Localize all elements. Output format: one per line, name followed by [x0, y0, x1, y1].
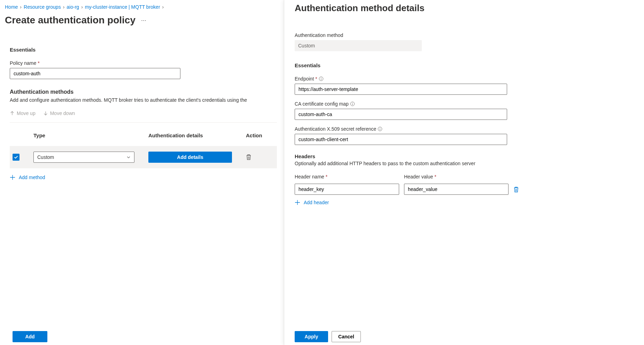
secret-ref-label: Authentication X.509 secret reference: [295, 126, 376, 132]
auth-method-value: Custom: [295, 40, 422, 51]
svg-point-3: [352, 103, 352, 103]
required-icon: *: [434, 174, 436, 179]
divider: [10, 122, 277, 123]
arrow-up-icon: [10, 111, 15, 116]
policy-name-label: Policy name: [10, 60, 36, 66]
header-name-input[interactable]: [295, 184, 399, 195]
endpoint-label: Endpoint: [295, 76, 314, 82]
header-name-label: Header name: [295, 174, 324, 179]
main-content: Home › Resource groups › aio-rg › my-clu…: [0, 0, 284, 345]
info-icon[interactable]: [378, 127, 382, 131]
endpoint-input[interactable]: [295, 84, 507, 95]
column-header-action: Action: [246, 132, 274, 138]
apply-button[interactable]: Apply: [295, 331, 328, 342]
svg-point-5: [380, 128, 380, 128]
details-panel: Authentication method details Authentica…: [284, 0, 644, 345]
page-title: Create authentication policy: [5, 15, 135, 26]
header-value-label: Header value: [404, 174, 433, 179]
required-icon: *: [326, 174, 327, 179]
panel-essentials-heading: Essentials: [295, 62, 634, 68]
arrow-down-icon: [43, 111, 48, 116]
ca-cert-label: CA certificate config map: [295, 101, 349, 107]
plus-icon: [295, 200, 300, 205]
add-header-label: Add header: [304, 200, 329, 205]
move-down-label: Move down: [50, 110, 75, 116]
trash-icon: [513, 186, 519, 193]
required-icon: *: [38, 60, 39, 66]
auth-method-label: Authentication method: [295, 32, 343, 38]
delete-header-button[interactable]: [513, 186, 519, 195]
delete-button[interactable]: [246, 154, 274, 160]
breadcrumb-link-cluster[interactable]: my-cluster-instance | MQTT broker: [85, 4, 160, 10]
info-icon[interactable]: [319, 76, 324, 81]
auth-methods-heading: Authentication methods: [10, 89, 277, 95]
chevron-right-icon: ›: [162, 4, 164, 10]
add-header-button[interactable]: Add header: [295, 200, 634, 205]
ca-cert-input[interactable]: [295, 109, 507, 120]
breadcrumb-link-resource-groups[interactable]: Resource groups: [24, 4, 61, 10]
info-icon[interactable]: [350, 101, 355, 106]
chevron-right-icon: ›: [81, 4, 83, 10]
type-select-value: Custom: [37, 154, 54, 160]
add-button[interactable]: Add: [13, 331, 47, 342]
auth-methods-description: Add and configure authentication methods…: [10, 97, 277, 103]
more-icon[interactable]: ···: [141, 17, 146, 24]
essentials-heading: Essentials: [10, 47, 277, 53]
panel-title: Authentication method details: [295, 3, 634, 14]
svg-point-1: [321, 78, 321, 78]
column-header-details: Authentication details: [148, 132, 246, 138]
breadcrumb-link-aio-rg[interactable]: aio-rg: [67, 4, 79, 10]
auth-method-row: Custom Add details: [10, 146, 277, 168]
breadcrumb-link-home[interactable]: Home: [5, 4, 18, 10]
add-details-button[interactable]: Add details: [148, 152, 232, 163]
add-method-label: Add method: [19, 175, 45, 180]
move-up-label: Move up: [17, 110, 36, 116]
secret-ref-input[interactable]: [295, 134, 507, 145]
column-header-type: Type: [33, 132, 148, 138]
plus-icon: [10, 175, 15, 180]
cancel-button[interactable]: Cancel: [332, 331, 361, 342]
headers-description: Optionally add additional HTTP headers t…: [295, 161, 634, 166]
trash-icon: [246, 154, 251, 160]
chevron-down-icon: [126, 155, 131, 159]
chevron-right-icon: ›: [63, 4, 65, 10]
chevron-right-icon: ›: [20, 4, 22, 10]
row-checkbox[interactable]: [13, 154, 20, 161]
type-select[interactable]: Custom: [33, 152, 134, 163]
headers-heading: Headers: [295, 153, 634, 159]
add-method-button[interactable]: Add method: [10, 175, 277, 180]
breadcrumb: Home › Resource groups › aio-rg › my-clu…: [5, 4, 277, 10]
move-up-button[interactable]: Move up: [10, 110, 36, 116]
move-down-button[interactable]: Move down: [43, 110, 75, 116]
header-value-input[interactable]: [404, 184, 509, 195]
policy-name-input[interactable]: [10, 68, 180, 79]
required-icon: *: [315, 76, 317, 82]
checkmark-icon: [14, 155, 18, 159]
